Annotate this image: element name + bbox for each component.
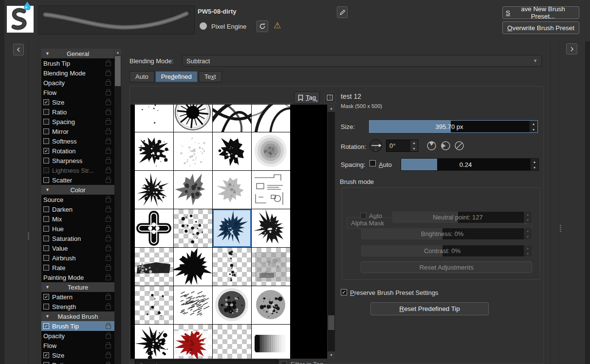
brush-tip-cell-spikyBlue[interactable]	[213, 209, 251, 247]
brush-tip-cell-splatB[interactable]	[135, 171, 173, 209]
brush-tip-cell-spikyBlack[interactable]	[174, 248, 212, 286]
setting-checkbox[interactable]	[43, 119, 49, 125]
setting-checkbox[interactable]	[43, 216, 49, 222]
setting-value[interactable]: Value	[41, 243, 114, 253]
brush-tip-cell-chkSpotsA[interactable]	[174, 209, 212, 247]
neutral-stepper[interactable]: ▲▼	[523, 212, 532, 223]
brush-tip-cell-roundGrain[interactable]	[252, 286, 290, 324]
setting-lightness-str[interactable]: Lightness Str...	[41, 165, 114, 175]
setting-blending-mode[interactable]: Blending Mode	[41, 68, 114, 78]
brush-tip-cell-chkEmpty[interactable]	[213, 325, 251, 359]
brush-tip-cell-hatch[interactable]	[174, 286, 212, 324]
setting-checkbox[interactable]	[43, 304, 49, 309]
brightness-stepper[interactable]: ▲▼	[523, 228, 532, 239]
section-header-color[interactable]: ▼Color	[41, 185, 114, 195]
spacing-stepper[interactable]: ▲▼	[530, 159, 538, 170]
size-stepper[interactable]: ▲▼	[529, 121, 537, 132]
setting-hue[interactable]: Hue	[41, 224, 114, 234]
brush-tip-cell-grad[interactable]	[252, 325, 290, 359]
section-header-texture[interactable]: ▼Texture	[41, 282, 114, 292]
setting-checkbox[interactable]: ✓	[43, 352, 49, 358]
setting-ratio[interactable]: Ratio	[41, 107, 114, 117]
contrast-slider[interactable]: Contrast: 0% ▲▼	[361, 245, 532, 257]
setting-checkbox[interactable]: ✓	[43, 99, 49, 105]
setting-checkbox[interactable]	[43, 255, 49, 261]
brush-tip-cell-starburst[interactable]	[174, 105, 212, 132]
spacing-slider[interactable]: 0.24 ▲▼	[401, 158, 539, 171]
brush-tip-cell-splatC[interactable]	[135, 325, 173, 359]
spacing-auto-checkbox[interactable]	[369, 160, 376, 166]
scroll-up-icon[interactable]: ▲	[328, 105, 335, 112]
brush-tip-cell-chkSmear[interactable]	[135, 248, 173, 286]
rotation-stepper[interactable]: ▲▼	[410, 140, 418, 151]
setting-darken[interactable]: Darken	[41, 204, 114, 214]
setting-checkbox[interactable]	[43, 236, 49, 241]
reset-predefined-tip-button[interactable]: Reset Predefined Tip	[370, 302, 489, 315]
grid-scrollbar[interactable]: ▲ ▼	[328, 105, 335, 359]
setting-source[interactable]: Source	[41, 195, 114, 204]
setting-checkbox[interactable]	[43, 265, 49, 271]
sidebar-scrollbar[interactable]: ▲	[114, 49, 121, 364]
brush-tip-cell-chkGray[interactable]	[252, 248, 290, 286]
contrast-stepper[interactable]: ▲▼	[523, 245, 532, 256]
preserve-settings-checkbox[interactable]: ✓	[341, 289, 347, 295]
brush-tip-cell-smudgeA[interactable]	[174, 171, 212, 209]
rotation-dial[interactable]	[369, 139, 383, 152]
rotate-fuzzy-toggle-icon[interactable]	[426, 141, 437, 151]
brush-tip-cell-splatRed[interactable]	[174, 325, 212, 359]
collapse-right-panel-button[interactable]	[566, 43, 577, 55]
size-slider[interactable]: 395.70 px ▲▼	[369, 120, 538, 133]
setting-checkbox[interactable]	[43, 226, 49, 232]
brush-tip-cell-spikyDark[interactable]	[252, 209, 290, 247]
brush-tip-cell-softRound[interactable]	[252, 132, 290, 170]
setting-painting-mode[interactable]: Painting Mode	[41, 273, 114, 282]
setting-brush-tip[interactable]: Brush Tip	[41, 58, 114, 68]
setting-checkbox[interactable]	[43, 109, 49, 115]
filter-in-tag-checkbox[interactable]	[281, 361, 287, 364]
setting-scatter[interactable]: Scatter	[41, 175, 114, 185]
brush-tip-cell-splatA[interactable]	[135, 132, 173, 170]
rotate-drawing-angle-toggle-icon[interactable]	[441, 141, 451, 151]
setting-checkbox[interactable]	[43, 138, 49, 144]
reload-engine-button[interactable]	[257, 20, 268, 32]
collapse-left-panel-button[interactable]	[13, 44, 24, 55]
setting-checkbox[interactable]	[43, 177, 49, 183]
setting-flow[interactable]: Flow	[41, 341, 114, 350]
setting-sharpness[interactable]: Sharpness	[41, 156, 114, 165]
scrollbar-thumb[interactable]	[328, 315, 334, 330]
setting-opacity[interactable]: Opacity	[41, 78, 114, 88]
setting-checkbox[interactable]	[43, 245, 49, 251]
brush-tip-cell-dots[interactable]	[135, 105, 173, 132]
setting-checkbox[interactable]: ✓	[43, 148, 49, 154]
setting-pattern[interactable]: ✓Pattern	[41, 292, 114, 302]
splitter-handle[interactable]	[560, 225, 561, 233]
setting-checkbox[interactable]	[43, 206, 49, 212]
tab-predefined[interactable]: Predefined	[155, 71, 198, 82]
auto-neutral-checkbox[interactable]	[360, 213, 367, 219]
brush-tip-cell-faint[interactable]	[174, 132, 212, 170]
edit-preset-name-button[interactable]	[337, 6, 348, 18]
setting-softness[interactable]: Softness	[41, 136, 114, 146]
section-header-general[interactable]: ▼General	[41, 49, 114, 58]
reset-adjustments-button[interactable]: Reset Adjustments	[361, 261, 532, 273]
setting-checkbox[interactable]	[43, 128, 49, 134]
setting-strength[interactable]: Strength	[41, 302, 114, 311]
setting-checkbox[interactable]	[43, 158, 49, 164]
tip-detail-view-button[interactable]	[324, 92, 335, 103]
setting-saturation[interactable]: Saturation	[41, 234, 114, 243]
setting-spacing[interactable]: Spacing	[41, 117, 114, 127]
rotate-random-toggle-icon[interactable]	[454, 141, 464, 151]
setting-size[interactable]: ✓Size	[41, 350, 114, 360]
setting-checkbox[interactable]: ✓	[43, 323, 49, 329]
brush-tip-cell-chkSpotsB[interactable]	[213, 248, 251, 286]
setting-rate[interactable]: Rate	[41, 263, 114, 273]
section-header-masked-brush[interactable]: ▼Masked Brush	[41, 311, 114, 321]
setting-checkbox[interactable]: ✓	[43, 294, 49, 300]
brush-tip-cell-cross[interactable]	[135, 209, 173, 247]
neutral-point-slider[interactable]: Neutral point: 127 ▲▼	[392, 211, 532, 223]
scrollbar-thumb[interactable]	[115, 56, 121, 86]
scroll-up-icon[interactable]: ▲	[114, 49, 121, 55]
brush-tip-cell-chkSpotsC[interactable]	[135, 286, 173, 324]
setting-mirror[interactable]: Mirror	[41, 127, 114, 136]
setting-airbrush[interactable]: Airbrush	[41, 253, 114, 263]
